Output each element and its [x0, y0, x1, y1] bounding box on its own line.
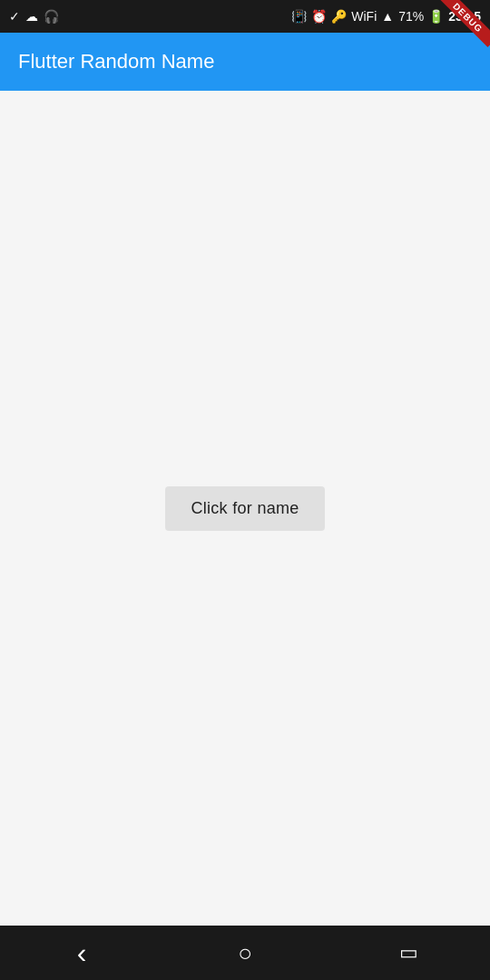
status-bar: ✓ ☁ 🎧 📳 ⏰ 🔑 WiFi ▲ 71% 🔋 23:15	[0, 0, 490, 33]
signal-icon: ▲	[381, 9, 394, 24]
wifi-icon: WiFi	[351, 9, 377, 24]
status-time: 23:15	[448, 9, 481, 24]
app-bar-title: Flutter Random Name	[18, 50, 214, 74]
nav-bar	[0, 926, 490, 980]
status-bar-left-icons: ✓ ☁ 🎧	[9, 9, 59, 24]
nav-recent-button[interactable]	[386, 930, 431, 975]
main-content: Click for name	[0, 91, 490, 926]
key-icon: 🔑	[331, 9, 347, 24]
nav-home-button[interactable]	[222, 930, 268, 975]
click-for-name-button[interactable]: Click for name	[165, 486, 324, 531]
vibrate-icon: 📳	[291, 9, 307, 24]
alarm-icon: ⏰	[311, 9, 327, 24]
cloud-icon: ☁	[25, 9, 38, 24]
nav-back-button[interactable]	[59, 930, 104, 975]
battery-percent: 71%	[398, 9, 424, 24]
app-bar: Flutter Random Name	[0, 33, 490, 91]
headset-icon: 🎧	[44, 9, 59, 24]
done-icon: ✓	[9, 9, 20, 24]
status-bar-right-icons: 📳 ⏰ 🔑 WiFi ▲ 71% 🔋 23:15	[291, 9, 481, 24]
battery-icon: 🔋	[428, 9, 444, 24]
